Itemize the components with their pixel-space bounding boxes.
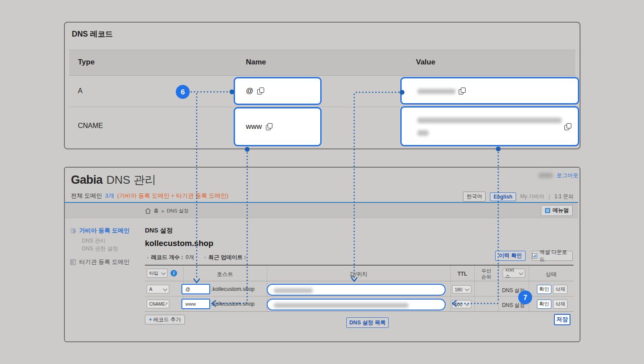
row-cname-type-select[interactable]: CNAME — [147, 300, 169, 308]
copy-icon[interactable] — [257, 88, 264, 95]
redacted-cname-value — [274, 303, 409, 308]
logout-link[interactable]: 로그아웃 — [557, 172, 578, 179]
header-status: 상태 — [529, 271, 574, 278]
redacted-username — [538, 173, 553, 178]
row-a-ttl-select[interactable]: 180 — [452, 285, 471, 293]
sidebar-item-other-domains[interactable]: 타기관 등록 도메인 — [70, 258, 130, 266]
chevron-down-icon — [519, 271, 523, 275]
table-header-border — [145, 281, 574, 281]
record-type-cname: CNAME — [78, 122, 103, 130]
breadcrumb-sep: > — [161, 209, 164, 214]
record-meta: 레코드 개수 : 0개 최근 업데이트 : — [147, 254, 246, 261]
table-bottom-border — [145, 311, 574, 312]
add-record-button[interactable]: + 레코드 추가 — [145, 315, 185, 324]
row-a-delete-button[interactable]: 삭제 — [553, 285, 567, 294]
header-priority: 우선 순위 — [474, 268, 498, 280]
breadcrumb: 홈 > DNS 설정 — [145, 208, 189, 214]
row-cname-delete-button[interactable]: 삭제 — [553, 300, 567, 309]
total-domains-label: 전체 도메인 — [71, 192, 102, 200]
chevron-right-icon — [70, 259, 76, 265]
section-title: DNS 설정 — [145, 226, 173, 235]
dns-settings-list-button[interactable]: DNS 설정 목록 — [346, 317, 389, 328]
chevron-down-icon — [165, 302, 168, 305]
type-filter-select[interactable]: 타입 — [147, 269, 168, 278]
row-cname-host-input[interactable] — [181, 299, 210, 309]
header-controls: 한국어 English My 가비아 | 1:1 문의 — [463, 192, 574, 202]
bullet-icon — [205, 257, 206, 258]
row-cname-confirm-button[interactable]: 확인 — [537, 300, 551, 309]
row-a-host-input[interactable] — [181, 284, 210, 294]
service-filter-select[interactable]: 서비스 — [503, 269, 525, 278]
app-title: DNS 관리 — [107, 173, 156, 186]
screenshot-root: DNS 레코드 Type Name Value A CNAME @ www Ga… — [0, 0, 644, 364]
row-a-confirm-button[interactable]: 확인 — [537, 285, 551, 294]
inquiry-link[interactable]: 1:1 문의 — [554, 193, 574, 200]
dns-records-title: DNS 레코드 — [72, 29, 113, 39]
current-domain: kollecustom.shop — [145, 239, 213, 248]
copy-icon[interactable] — [564, 123, 571, 131]
row-cname-ttl-select[interactable]: 600 — [452, 300, 471, 308]
redacted-cname-value-line2 — [417, 130, 429, 136]
breadcrumb-current: DNS 설정 — [167, 208, 188, 214]
total-domains-note: (가비아 등록 도메인 + 타기관 등록 도메인) — [117, 192, 228, 200]
row-a-type-select[interactable]: A — [147, 285, 169, 293]
record-a-name-box: @ — [234, 77, 322, 105]
header-ttl: TTL — [450, 271, 474, 277]
row-cname-ttl-value: 600 — [455, 302, 463, 307]
gabia-brand: Gabia — [71, 173, 103, 186]
record-a-value-box — [400, 77, 579, 104]
manual-button-label: 메뉴얼 — [553, 207, 569, 214]
redacted-ip-value — [274, 288, 313, 293]
redacted-ip-value — [417, 89, 456, 94]
table-top-border — [145, 265, 574, 266]
breadcrumb-home[interactable]: 홈 — [154, 208, 159, 214]
records-col-type: Type — [78, 58, 94, 67]
table-row-border — [145, 296, 574, 297]
lang-english-button[interactable]: English — [490, 192, 516, 201]
chevron-right-icon — [70, 228, 76, 234]
gabia-logo-title: GabiaDNS 관리 — [71, 172, 156, 188]
my-gabia-link[interactable]: My 가비아 — [520, 193, 544, 200]
record-count-label: 레코드 개수 : — [151, 254, 183, 261]
row-a-host-suffix: .kollecustom.shop — [211, 286, 255, 292]
chevron-down-icon — [161, 271, 166, 275]
records-col-value: Value — [416, 58, 435, 67]
sidebar-label: 가비아 등록 도메인 — [79, 227, 130, 235]
info-icon[interactable]: i — [171, 270, 177, 276]
row-a-type-value: A — [149, 286, 152, 292]
row-cname-value-input[interactable] — [267, 299, 446, 310]
sidebar-item-gabia-domains[interactable]: 가비아 등록 도메인 — [70, 227, 130, 235]
sidebar-item-dns-permission[interactable]: DNS 권한 설정 — [82, 245, 118, 253]
records-col-name: Name — [246, 58, 266, 67]
row-cname-type-value: CNAME — [149, 302, 165, 307]
sidebar-item-dns-manage[interactable]: DNS 관리 — [82, 237, 106, 245]
total-domains-count[interactable]: 3개 — [105, 192, 114, 200]
breadcrumb-band — [65, 203, 578, 218]
record-cname-name-value: www — [246, 122, 262, 131]
home-icon[interactable] — [145, 208, 151, 214]
header-value: 값/위치 — [267, 271, 450, 278]
manual-button[interactable]: 메뉴얼 — [541, 205, 573, 216]
service-filter-label: 서비스 — [505, 267, 518, 280]
excel-button-label: 엑셀 다운로드 — [540, 249, 572, 263]
redacted-cname-value-line1 — [417, 118, 562, 123]
lang-korean-button[interactable]: 한국어 — [463, 192, 486, 202]
record-count-value: 0개 — [186, 254, 194, 261]
sidebar-label: 타기관 등록 도메인 — [79, 258, 130, 266]
record-cname-name-box: www — [234, 107, 322, 146]
type-filter-label: 타입 — [149, 270, 158, 276]
plus-icon: + — [149, 317, 152, 323]
excel-download-button[interactable]: 엑셀 다운로드 — [532, 251, 573, 261]
callout-step-7: 7 — [518, 290, 532, 304]
row-cname-host-suffix: .kollecustom.shop — [211, 301, 255, 307]
bullet-icon — [147, 257, 148, 258]
copy-icon[interactable] — [266, 123, 273, 131]
copy-icon[interactable] — [459, 88, 466, 95]
record-type-a: A — [78, 87, 83, 95]
record-cname-value-box — [400, 106, 579, 146]
history-check-button[interactable]: 이력 확인 — [495, 251, 526, 261]
row-a-value-input[interactable] — [267, 284, 446, 296]
save-button[interactable]: 저장 — [554, 314, 570, 325]
manual-doc-icon — [545, 208, 550, 213]
header-host: 호스트 — [183, 271, 267, 278]
